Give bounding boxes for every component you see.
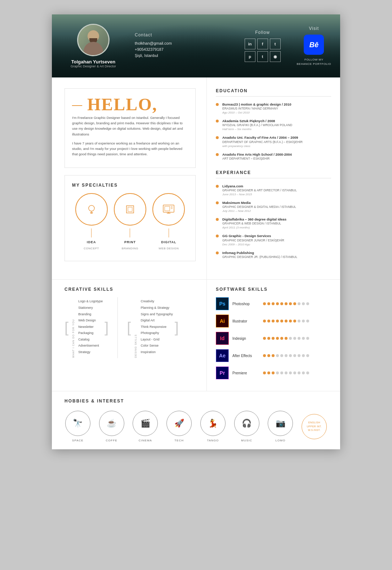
dot [276,354,279,357]
dot [267,371,270,374]
dot [298,320,300,322]
tumblr-icon[interactable]: t [257,51,268,62]
bracket-right-2-symbol: ] [175,320,179,335]
dot [302,302,305,305]
dot [280,354,283,357]
pr-dots [263,371,309,374]
bracket-left: [ [64,297,68,358]
avatar-body [84,42,103,56]
exp-bullet-1 [216,201,219,204]
hobby-cinema: 🎬 CINEMA [133,411,158,442]
cinema-icon: 🎬 [133,411,158,436]
hobby-coffee: ☕ COFFE [99,411,124,442]
resume-document: Tolgahan Yurtseven Graphic Designer & Ar… [52,14,340,449]
exp-bullet-2 [216,218,219,221]
skill-item: Newsletter [78,325,103,329]
exp-title-4: Infomag Publishing [222,250,331,255]
edu-item-3: Anadolu Fine Arts High School / 2000-200… [216,152,331,161]
exp-date-0: June 2013 – Now 2015 [222,193,331,196]
ae-dots [263,354,309,357]
dot [289,354,292,357]
education-title: EDUCATION [216,88,331,97]
dot [276,337,279,340]
exp-date-3: Dec 2009 – 2010 Agu [222,243,331,246]
phone: +905432379187 [135,47,227,52]
hobby-tango: 💃 TANGO [200,411,226,442]
pinterest-icon[interactable]: p [245,51,255,62]
facebook-icon[interactable]: f [257,39,268,49]
dot [272,302,275,305]
experience-section: EXPERIANCE Lidyana.com GRAPHIC DESIGNER … [216,170,331,259]
sw-photoshop: Ps Photoshop [216,297,331,310]
exp-subtitle-0: GRAPHIC DESIGNER & ART DIRECTOR / ISTANB… [222,188,331,193]
specialty-line-idea [91,228,92,237]
skill-item: Strategy [78,350,103,355]
hobby-tech: 🚀 TECH [166,411,192,442]
creative-skills-section: CREATIVE SKILLS [ WHAT I CAN DO FOR YOU … [52,280,207,391]
skill-item: Layout - Grid [141,337,173,342]
main-content: — HELLO, I'm Freelance Graphic Designer … [52,77,340,279]
cinema-label: CINEMA [139,439,152,442]
behance-button[interactable]: Bē [304,35,324,55]
id-dots [263,337,309,340]
skill-item: Advertisement [78,343,103,348]
specialty-circle-print [114,193,146,226]
dot [302,320,305,322]
exp-bullet-4 [216,251,219,254]
specialty-circle-digital [152,193,185,226]
person-title: Graphic Designer & Art Director [71,64,116,68]
dot [298,302,300,305]
edu-content-2: Anadolu Uni. Faculty of Fine Arts / 2004… [222,135,331,147]
dot [280,371,283,374]
edu-item-0: Bureau23 | motion & graphic design / 201… [216,102,331,114]
skills-list-col1: Logo & Logotype Stationery Branding Web … [78,297,103,358]
dot [293,371,296,374]
dot [267,320,270,322]
hello-title: — HELLO, [72,96,188,113]
dot [302,337,305,340]
edu-content-1: Akademia Sztuk Pięknych / 2008 WYDZIAŁ G… [222,119,331,131]
exp-bullet-0 [216,185,219,188]
exp-content-1: Maksimum Media GRAPHIC DESIGNER & DIGITA… [222,200,331,213]
dot [263,302,266,305]
dot [285,354,288,357]
linkedin-icon[interactable]: in [245,39,255,49]
dot [276,371,279,374]
instagram-icon[interactable]: ◉ [270,51,281,62]
ps-name: Photoshop [232,302,259,306]
exp-subtitle-1: GRAPHIC DESIGNER & DIGITAL MEDIA / ISTAN… [222,205,331,209]
exp-subtitle-2: GRAPHICER & WEB DESIGN / ISTANBUL [222,222,331,226]
location: Şişli, Istanbul [135,53,227,58]
skill-item: Stationery [78,306,103,310]
dot [298,371,300,374]
bracket-left-2-symbol: [ [127,320,131,335]
experience-title: EXPERIANCE [216,170,331,178]
dot [298,354,300,357]
bracket-left-symbol: [ [64,320,68,335]
dot [263,354,266,357]
dot [267,302,270,305]
dot [267,337,270,340]
edu-date-1: Half term – Six months [222,128,331,131]
twitter-icon[interactable]: t [270,39,281,49]
bottom-row: CREATIVE SKILLS [ WHAT I CAN DO FOR YOU … [52,279,340,391]
exp-title-3: GG Graphic - Design Services [222,233,331,238]
bracket-right: ] [104,297,108,358]
skill-item: Creativity [141,299,173,304]
skills-col1: [ WHAT I CAN DO FOR YOU Logo & Logotype … [64,297,108,358]
edu-subtitle-0: ERASMUS INTERN / MAINZ GERMANY [222,107,331,111]
dot [306,320,309,322]
avatar [77,24,110,56]
skill-item: Catalog [78,337,103,342]
header-section: Tolgahan Yurtseven Graphic Designer & Ar… [52,14,340,77]
exp-item-3: GG Graphic - Design Services GRAPHIC DES… [216,233,331,246]
english-line3: W.S.INST. [308,428,321,432]
edu-title-0: Bureau23 | motion & graphic design / 201… [222,102,331,107]
bracket-right-2: ] [175,297,179,358]
ae-icon: Ae [216,349,229,362]
dot [289,371,292,374]
sw-indesign: Id Indesign [216,332,331,345]
visit-section: Visit Bē FOLLOW MYBEHANCE PORTFOLIO [288,19,340,73]
english-line1: ENGLISH [308,421,320,425]
dot [306,302,309,305]
